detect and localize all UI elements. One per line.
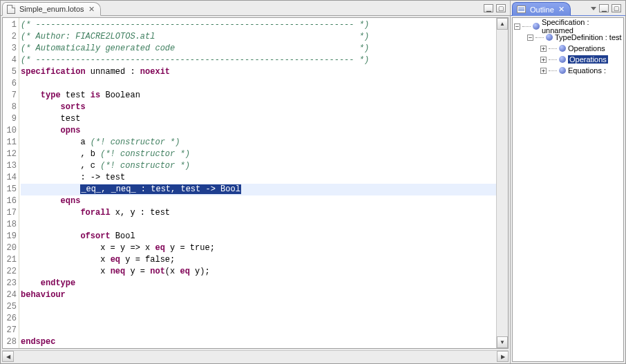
- code-line[interactable]: , b (*! constructor *): [21, 149, 496, 160]
- line-number: 8: [3, 102, 17, 113]
- code-line[interactable]: eqns: [21, 195, 496, 207]
- tree-label[interactable]: Specification : unnamed: [542, 18, 622, 35]
- line-gutter: 1234567891011121314151617181920212223242…: [3, 18, 19, 348]
- line-number: 11: [3, 137, 17, 149]
- vertical-scrollbar[interactable]: ▲ ▼: [496, 18, 508, 348]
- scroll-track[interactable]: [14, 351, 497, 362]
- tree-label[interactable]: TypeDefinition : test: [555, 33, 622, 41]
- code-line[interactable]: (* -------------------------------------…: [21, 55, 496, 66]
- maximize-button[interactable]: ▢: [496, 4, 506, 12]
- code-line[interactable]: sorts: [21, 102, 496, 113]
- line-number: 7: [3, 90, 17, 102]
- line-number: 13: [3, 160, 17, 172]
- line-number: 9: [3, 113, 17, 125]
- tree-label[interactable]: Operations: [568, 55, 608, 64]
- horizontal-scrollbar[interactable]: ◀ ▶: [2, 350, 509, 362]
- line-number: 15: [3, 184, 17, 195]
- line-number: 5: [3, 66, 17, 78]
- code-line[interactable]: , c (*! constructor *): [21, 160, 496, 172]
- code-line[interactable]: [21, 78, 496, 90]
- line-number: 17: [3, 207, 17, 219]
- node-icon: [559, 45, 566, 52]
- scroll-track[interactable]: [497, 30, 508, 336]
- line-number: 28: [3, 336, 17, 348]
- code-line[interactable]: [21, 325, 496, 336]
- outline-controls: ▁ ▢: [591, 1, 625, 15]
- minimize-button[interactable]: ▁: [484, 4, 493, 12]
- expand-icon[interactable]: +: [540, 57, 547, 63]
- tree-row[interactable]: −Specification : unnamed: [514, 21, 622, 32]
- minimize-button[interactable]: ▁: [599, 4, 609, 12]
- code-line[interactable]: test: [21, 113, 496, 125]
- scroll-right-icon[interactable]: ▶: [497, 351, 509, 362]
- scroll-down-icon[interactable]: ▼: [497, 336, 508, 348]
- line-number: 18: [3, 219, 17, 231]
- tree-row[interactable]: +Equations :: [514, 65, 622, 76]
- code-line[interactable]: (* Automatically generated code *): [21, 43, 496, 55]
- node-icon: [546, 34, 553, 41]
- code-line[interactable]: opns: [21, 125, 496, 137]
- line-number: 2: [3, 31, 17, 43]
- code-line[interactable]: forall x, y : test: [21, 207, 496, 219]
- code-line[interactable]: (* Author: FIACRE2LOTOS.atl *): [21, 31, 496, 43]
- node-icon: [559, 56, 566, 63]
- line-number: 23: [3, 278, 17, 289]
- line-number: 27: [3, 325, 17, 336]
- code-line[interactable]: ofsort Bool: [21, 231, 496, 242]
- expand-icon[interactable]: +: [540, 46, 547, 52]
- maximize-button[interactable]: ▢: [611, 4, 621, 12]
- line-number: 19: [3, 231, 17, 242]
- code-line[interactable]: (* -------------------------------------…: [21, 19, 496, 31]
- line-number: 4: [3, 55, 17, 66]
- collapse-icon[interactable]: −: [514, 23, 520, 30]
- line-number: 21: [3, 254, 17, 266]
- code-line[interactable]: type test is Boolean: [21, 90, 496, 102]
- tree-row[interactable]: +Operations: [514, 43, 622, 54]
- line-number: 12: [3, 149, 17, 160]
- close-icon[interactable]: ✕: [558, 5, 565, 14]
- expand-icon[interactable]: +: [540, 68, 547, 74]
- code-line[interactable]: x neq y = not(x eq y);: [21, 266, 496, 278]
- collapse-icon[interactable]: −: [527, 35, 533, 41]
- editor-body: 1234567891011121314151617181920212223242…: [2, 17, 509, 349]
- close-icon[interactable]: ✕: [88, 5, 95, 14]
- code-line[interactable]: a (*! constructor *): [21, 137, 496, 149]
- tree-label[interactable]: Operations: [568, 44, 605, 52]
- line-number: 20: [3, 242, 17, 254]
- editor-tab-controls: ▁ ▢: [484, 1, 510, 15]
- outline-tab-bar: Outline ✕ ▁ ▢: [511, 1, 625, 16]
- code-line[interactable]: [21, 313, 496, 325]
- line-number: 3: [3, 43, 17, 55]
- tree-row[interactable]: −TypeDefinition : test: [514, 32, 622, 43]
- outline-icon: [517, 6, 526, 13]
- code-area[interactable]: (* -------------------------------------…: [19, 18, 496, 348]
- view-menu-icon[interactable]: [591, 7, 596, 10]
- outline-tree: −Specification : unnamed−TypeDefinition …: [512, 17, 624, 362]
- line-number: 24: [3, 289, 17, 301]
- code-line[interactable]: x eq y = false;: [21, 254, 496, 266]
- code-line[interactable]: behaviour: [21, 289, 496, 301]
- node-icon: [559, 67, 566, 74]
- line-number: 26: [3, 313, 17, 325]
- code-line[interactable]: x = y => x eq y = true;: [21, 242, 496, 254]
- scroll-up-icon[interactable]: ▲: [497, 18, 508, 30]
- code-line[interactable]: _eq_, _neq_ : test, test -> Bool: [21, 184, 496, 195]
- line-number: 14: [3, 172, 17, 184]
- code-line[interactable]: specification unnamed : noexit: [21, 66, 496, 78]
- tree-row[interactable]: +Operations: [514, 54, 622, 65]
- scroll-left-icon[interactable]: ◀: [2, 351, 14, 362]
- outline-pane: Outline ✕ ▁ ▢ −Specification : unnamed−T…: [510, 1, 625, 363]
- code-line[interactable]: [21, 219, 496, 231]
- editor-pane: Simple_enum.lotos ✕ ▁ ▢ 1234567891011121…: [1, 1, 510, 363]
- code-line[interactable]: endtype: [21, 278, 496, 289]
- line-number: 6: [3, 78, 17, 90]
- code-line[interactable]: [21, 301, 496, 313]
- outline-tab[interactable]: Outline ✕: [512, 2, 571, 16]
- editor-tab-title: Simple_enum.lotos: [19, 5, 84, 13]
- outline-tab-title: Outline: [530, 6, 554, 14]
- tree-label[interactable]: Equations :: [568, 66, 606, 75]
- editor-tab[interactable]: Simple_enum.lotos ✕: [2, 2, 101, 16]
- code-line[interactable]: : -> test: [21, 172, 496, 184]
- line-number: 1: [3, 19, 17, 31]
- code-line[interactable]: endspec: [21, 336, 496, 348]
